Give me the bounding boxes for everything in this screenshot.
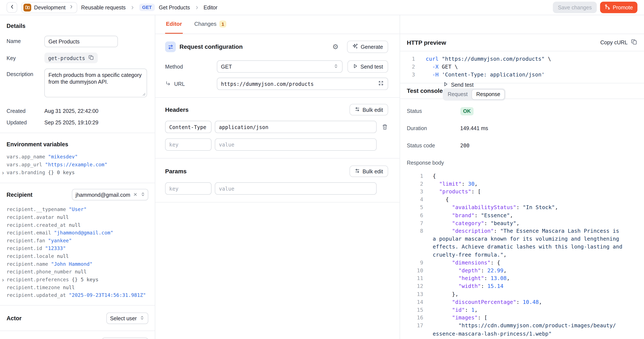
updated-label: Updated bbox=[6, 117, 44, 126]
code-line: 13 }, bbox=[407, 290, 638, 298]
promote-branch-icon bbox=[604, 4, 610, 11]
param-empty-row bbox=[165, 182, 388, 195]
resize-handle-icon[interactable] bbox=[141, 91, 146, 97]
url-input[interactable] bbox=[221, 81, 378, 87]
property-row: recipient.created_atnull bbox=[0, 221, 155, 229]
recipient-header-row: Recipient jhammond@gmail.com bbox=[6, 189, 148, 200]
code-line: 2 "limit": 30, bbox=[407, 180, 638, 188]
toggle-response[interactable]: Response bbox=[472, 89, 505, 100]
code-line: 1{ bbox=[407, 172, 638, 180]
header-value-input[interactable] bbox=[215, 121, 376, 133]
editor-tabs: Editor Changes 1 bbox=[155, 15, 400, 34]
tab-changes[interactable]: Changes 1 bbox=[193, 15, 227, 34]
recipient-props-list: recipient.__typename"User"recipient.avat… bbox=[0, 206, 155, 300]
breadcrumb-request-name[interactable]: Get Products bbox=[159, 4, 190, 10]
bulk-edit-icon bbox=[354, 106, 360, 113]
env-vars-list: vars.app_name"mikesdev"vars.app_url"http… bbox=[0, 153, 155, 176]
property-row: vars.app_name"mikesdev" bbox=[0, 153, 155, 161]
method-value: GET bbox=[221, 64, 232, 70]
name-input[interactable] bbox=[44, 36, 118, 47]
property-row: recipient.timezonenull bbox=[0, 284, 155, 292]
folder-icon bbox=[24, 4, 31, 11]
description-textarea[interactable]: Fetch products from a specific category … bbox=[44, 68, 147, 97]
property-row: recipient.id"12333" bbox=[0, 245, 155, 252]
toggle-request[interactable]: Request bbox=[444, 89, 472, 100]
topbar: Development Reusable requests GET Get Pr… bbox=[0, 0, 644, 15]
param-value-input[interactable] bbox=[215, 182, 376, 195]
description-field-row: Description Fetch products from a specif… bbox=[6, 68, 148, 98]
code-line: 16 "images": [ bbox=[407, 314, 638, 322]
save-changes-button[interactable]: Save changes bbox=[553, 2, 597, 13]
property-row: recipient.__typename"User" bbox=[0, 206, 155, 214]
expandable-property-row[interactable]: recipient.preferences{} 5 keys bbox=[0, 276, 155, 284]
url-row: URL bbox=[165, 78, 388, 90]
chevron-up-down-icon bbox=[140, 191, 146, 198]
header-value-input-empty[interactable] bbox=[215, 138, 376, 151]
details-title: Details bbox=[0, 22, 155, 29]
trash-icon[interactable] bbox=[382, 124, 388, 130]
property-row: recipient.fan"yankee" bbox=[0, 237, 155, 245]
headers-bulk-edit-button[interactable]: Bulk edit bbox=[349, 104, 388, 116]
play-icon bbox=[443, 81, 448, 88]
method-badge: GET bbox=[139, 4, 155, 11]
http-preview-title: HTTP preview bbox=[407, 39, 446, 46]
code-line: 14 "discountPercentage": 10.48, bbox=[407, 298, 638, 306]
code-line: 9 "dimensions": { bbox=[407, 259, 638, 266]
recipient-selected-value: jhammond@gmail.com bbox=[76, 192, 130, 198]
clear-icon[interactable] bbox=[133, 192, 138, 198]
recipient-select[interactable]: jhammond@gmail.com bbox=[72, 189, 148, 200]
updated-row: Updated Sep 25 2025, 19:10:29 bbox=[6, 117, 148, 126]
request-config-header: Request configuration ⚙ Generate bbox=[165, 41, 388, 53]
gear-icon[interactable]: ⚙ bbox=[332, 43, 338, 50]
expandable-property-row[interactable]: vars.branding{} 0 keys bbox=[0, 169, 155, 177]
property-row: recipient.email"jhammond@gmail.com" bbox=[0, 229, 155, 237]
code-line: 12 "width": 15.14 bbox=[407, 282, 638, 290]
headers-title: Headers bbox=[165, 106, 188, 113]
back-button[interactable] bbox=[6, 2, 17, 13]
params-section-header: Params Bulk edit bbox=[165, 166, 388, 177]
generate-button[interactable]: Generate bbox=[347, 41, 388, 53]
status-row: Status OK bbox=[407, 107, 638, 116]
console-send-test-button[interactable]: Send test bbox=[443, 81, 474, 88]
code-line: cruelty-free formula.", bbox=[407, 251, 638, 259]
chevron-up-down-icon bbox=[333, 63, 338, 70]
target-row: Target Select tenant bbox=[6, 338, 148, 339]
header-key-input[interactable] bbox=[165, 121, 212, 133]
breadcrumb-section[interactable]: Reusable requests bbox=[81, 4, 126, 10]
response-body-label: Response body bbox=[407, 160, 460, 166]
created-value: Aug 31 2025, 22:42:00 bbox=[44, 106, 98, 114]
copy-curl-button[interactable]: Copy cURL bbox=[600, 40, 628, 46]
chevron-left-icon bbox=[9, 4, 15, 11]
url-input-wrap bbox=[217, 78, 388, 90]
duration-value: 149.441 ms bbox=[460, 125, 488, 132]
sparkles-icon bbox=[352, 43, 358, 50]
test-console-header: Test console Send test Request Response bbox=[400, 83, 644, 99]
chevron-right-icon bbox=[130, 5, 135, 10]
url-label: URL bbox=[174, 81, 185, 87]
code-line: 1curl "https://dummyjson.com/products" \ bbox=[407, 55, 638, 63]
expand-icon[interactable] bbox=[378, 80, 384, 88]
tab-editor[interactable]: Editor bbox=[165, 15, 183, 34]
env-vars-title: Environment variables bbox=[0, 141, 155, 147]
copy-icon[interactable] bbox=[88, 54, 94, 62]
environment-switcher[interactable]: Development bbox=[21, 2, 77, 13]
code-line: 15 "id": 1, bbox=[407, 306, 638, 314]
actor-row: Actor Select user bbox=[6, 312, 148, 324]
code-line: 3 -H 'Content-Type: application/json' bbox=[407, 71, 638, 78]
status-badge: OK bbox=[460, 107, 474, 116]
params-bulk-edit-button[interactable]: Bulk edit bbox=[349, 166, 388, 177]
param-key-input[interactable] bbox=[165, 182, 212, 195]
code-line: 5 "availabilityStatus": "In Stock", bbox=[407, 203, 638, 211]
header-key-input-empty[interactable] bbox=[165, 138, 212, 151]
method-row: Method GET Send test bbox=[165, 60, 388, 72]
target-select[interactable]: Select tenant bbox=[102, 338, 148, 339]
actor-select[interactable]: Select user bbox=[106, 312, 148, 324]
code-line: 2 -X GET \ bbox=[407, 63, 638, 71]
promote-button[interactable]: Promote bbox=[600, 2, 638, 13]
method-select[interactable]: GET bbox=[217, 60, 342, 72]
send-test-button[interactable]: Send test bbox=[347, 60, 388, 72]
code-line: 17 "https://cdn.dummyjson.com/product-im… bbox=[407, 322, 638, 330]
headers-section-header: Headers Bulk edit bbox=[165, 104, 388, 116]
copy-icon[interactable] bbox=[631, 38, 638, 46]
code-line: 11 "height": 13.08, bbox=[407, 274, 638, 282]
